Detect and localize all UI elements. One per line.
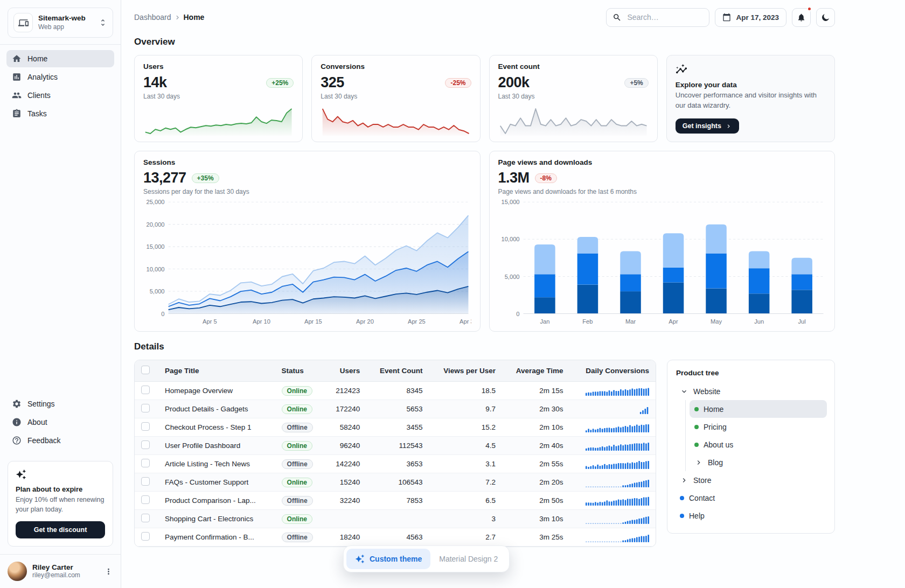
sparkle-icon: [355, 554, 365, 564]
search-input[interactable]: [626, 12, 703, 22]
sidebar-item-label: Feedback: [27, 436, 60, 445]
tree-item-website[interactable]: Website: [675, 382, 827, 400]
table-row[interactable]: Article Listing - Tech NewsOffline142240…: [135, 455, 656, 473]
sidebar-item-feedback[interactable]: Feedback: [6, 432, 114, 449]
average-time-cell: 3m 10s: [502, 510, 570, 528]
get-insights-button[interactable]: Get insights: [676, 118, 739, 134]
daily-conversions-cell: [569, 418, 656, 437]
status-badge: Online: [282, 386, 312, 396]
page-title-cell: Article Listing - Tech News: [158, 455, 275, 473]
column-header[interactable]: Daily Conversions: [569, 360, 656, 382]
sidebar-item-analytics[interactable]: Analytics: [6, 68, 114, 86]
more-vert-icon[interactable]: [104, 567, 113, 576]
pageviews-bar-chart: 05,00010,00015,000JanFebMarAprMayJunJul: [498, 198, 826, 327]
notifications-button[interactable]: [792, 8, 811, 27]
date-picker-button[interactable]: Apr 17, 2023: [715, 8, 786, 27]
column-header[interactable]: Users: [325, 360, 367, 382]
row-checkbox[interactable]: [141, 495, 150, 504]
svg-text:Feb: Feb: [582, 318, 593, 325]
row-checkbox[interactable]: [141, 386, 150, 394]
stat-cards-row: Users14k+25%Last 30 days Conversions325-…: [134, 55, 835, 142]
row-checkbox[interactable]: [141, 459, 150, 467]
plan-card: Plan about to expire Enjoy 10% off when …: [8, 461, 113, 547]
stat-badge: +25%: [266, 78, 294, 88]
table-row[interactable]: Homepage OverviewOnline212423834518.52m …: [135, 382, 656, 400]
svg-text:10,000: 10,000: [146, 266, 164, 272]
row-checkbox[interactable]: [141, 532, 150, 541]
tree-item-home[interactable]: Home: [690, 400, 827, 418]
dark-mode-toggle[interactable]: [816, 8, 835, 27]
users-cell: 142240: [325, 455, 367, 473]
app-selector[interactable]: Sitemark-web Web app: [8, 8, 113, 38]
search-icon: [612, 13, 622, 22]
average-time-cell: 2m 15s: [502, 382, 570, 400]
table-row[interactable]: FAQs - Customer SupportOnline15240106543…: [135, 473, 656, 492]
select-all-checkbox[interactable]: [141, 366, 150, 374]
tree-item-help[interactable]: Help: [675, 507, 827, 524]
views-per-user-cell: 18.5: [429, 382, 502, 400]
table-row[interactable]: Checkout Process - Step 1Offline58240345…: [135, 418, 656, 437]
users-cell: 32240: [325, 492, 367, 510]
row-checkbox[interactable]: [141, 514, 150, 522]
svg-text:0: 0: [161, 311, 164, 317]
green-dot: [694, 407, 699, 411]
users-cell: 58240: [325, 418, 367, 437]
tree-item-contact[interactable]: Contact: [675, 489, 827, 507]
row-checkbox[interactable]: [141, 422, 150, 431]
event-count-cell: 4563: [366, 528, 429, 547]
chevron-right-icon: [680, 476, 688, 485]
avatar: [8, 562, 27, 581]
column-header[interactable]: Status: [275, 360, 325, 382]
table-row[interactable]: Shopping Cart - ElectronicsOnline33m 10s: [135, 510, 656, 528]
views-per-user-cell: 9.7: [429, 400, 502, 418]
svg-text:Apr 15: Apr 15: [304, 318, 322, 325]
custom-theme-button[interactable]: Custom theme: [346, 549, 430, 569]
tree-item-store[interactable]: Store: [675, 471, 827, 489]
sidebar-item-clients[interactable]: Clients: [6, 87, 114, 104]
tree-item-label: Blog: [708, 458, 723, 467]
svg-text:10,000: 10,000: [501, 236, 519, 242]
table-row[interactable]: Product Comparison - Lap...Offline322407…: [135, 492, 656, 510]
views-per-user-cell: 3: [429, 510, 502, 528]
info-icon: [12, 417, 22, 427]
daily-conversions-cell: [569, 510, 656, 528]
row-checkbox[interactable]: [141, 404, 150, 412]
table-row[interactable]: Product Details - GadgetsOnline172240565…: [135, 400, 656, 418]
svg-text:Apr 5: Apr 5: [203, 318, 217, 325]
svg-text:Apr 30: Apr 30: [460, 318, 471, 325]
material-design-2-button[interactable]: Material Design 2: [430, 549, 506, 569]
sidebar-item-about[interactable]: About: [6, 414, 114, 431]
event-count-cell: 112543: [366, 437, 429, 455]
sidebar-item-home[interactable]: Home: [6, 50, 114, 67]
custom-theme-label: Custom theme: [370, 555, 422, 563]
sidebar-item-tasks[interactable]: Tasks: [6, 105, 114, 122]
sidebar-item-settings[interactable]: Settings: [6, 395, 114, 412]
average-time-cell: 2m 50s: [502, 492, 570, 510]
svg-text:Apr: Apr: [669, 318, 678, 325]
average-time-cell: 2m 40s: [502, 437, 570, 455]
column-header[interactable]: Event Count: [366, 360, 429, 382]
clients-icon: [12, 90, 22, 100]
column-header[interactable]: Page Title: [158, 360, 275, 382]
material-design-2-label: Material Design 2: [439, 555, 498, 563]
status-badge: Online: [282, 404, 312, 414]
breadcrumb-dashboard[interactable]: Dashboard: [134, 13, 171, 22]
tree-item-pricing[interactable]: Pricing: [690, 418, 827, 436]
column-header[interactable]: Average Time: [502, 360, 570, 382]
tree-item-blog[interactable]: Blog: [690, 453, 827, 471]
table-row[interactable]: User Profile DashboardOnline962401125434…: [135, 437, 656, 455]
pageviews-value: 1.3M: [498, 170, 530, 186]
row-checkbox[interactable]: [141, 440, 150, 449]
row-checkbox[interactable]: [141, 477, 150, 486]
daily-conversions-cell: [569, 455, 656, 473]
svg-text:Jun: Jun: [754, 318, 764, 325]
notification-dot: [807, 6, 812, 11]
table-row[interactable]: Payment Confirmation - B...Offline182404…: [135, 528, 656, 547]
page-title-cell: User Profile Dashboard: [158, 437, 275, 455]
explore-card: Explore your data Uncover performance an…: [666, 55, 835, 142]
search-box[interactable]: [606, 8, 709, 27]
get-discount-button[interactable]: Get the discount: [16, 521, 105, 538]
column-header[interactable]: Views per User: [429, 360, 502, 382]
users-sparkline: [143, 103, 294, 142]
tree-item-about-us[interactable]: About us: [690, 436, 827, 453]
